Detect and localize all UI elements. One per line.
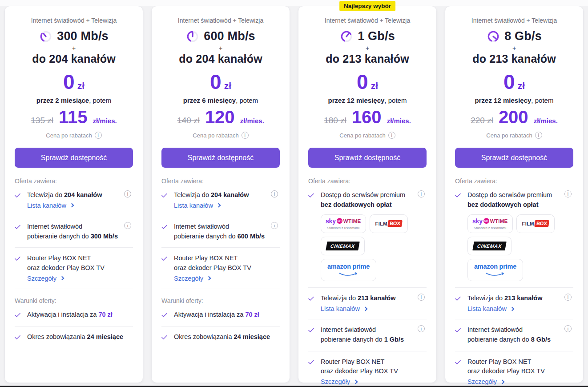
channels-list-link[interactable]: Lista kanałów bbox=[321, 305, 367, 312]
feature-line-text: Telewizja do bbox=[174, 191, 211, 198]
info-icon[interactable]: i bbox=[271, 190, 278, 198]
feature-row: Internet światłowódpobieranie danych do … bbox=[15, 222, 133, 242]
speed-row: 8 Gb/s bbox=[445, 29, 583, 43]
info-icon[interactable]: i bbox=[124, 190, 131, 198]
terms-items: Aktywacja i instalacja za 70 złOkres zob… bbox=[161, 310, 280, 342]
plan-category-label: Internet światłowód + Telewizja bbox=[445, 17, 583, 24]
info-icon[interactable]: i bbox=[388, 132, 395, 139]
check-availability-button[interactable]: Sprawdź dostępność bbox=[308, 148, 427, 168]
info-icon[interactable]: i bbox=[418, 325, 425, 332]
check-icon bbox=[161, 254, 174, 263]
channels-list-link[interactable]: Lista kanałów bbox=[174, 202, 220, 209]
terms-heading: Warunki oferty: bbox=[161, 297, 280, 304]
check-icon bbox=[15, 332, 27, 342]
info-icon[interactable]: i bbox=[271, 222, 278, 229]
amazon-smile-icon bbox=[338, 272, 359, 276]
feature-line: Telewizja do 204 kanałów bbox=[27, 190, 124, 200]
info-icon[interactable]: i bbox=[95, 132, 102, 139]
feature-text: Internet światłowódpobieranie danych do … bbox=[467, 325, 564, 345]
feature-line-bold: 213 kanałów bbox=[504, 294, 542, 302]
check-icon bbox=[455, 193, 461, 198]
feature-text: Aktywacja i instalacja za 70 zł bbox=[174, 310, 271, 320]
speed-value: 1 Gb/s bbox=[358, 29, 395, 43]
offer-heading: Oferta zawiera: bbox=[15, 177, 133, 185]
offer-items: Telewizja do 204 kanałówLista kanałówiIn… bbox=[161, 190, 280, 289]
info-icon[interactable]: i bbox=[124, 222, 131, 229]
check-availability-button[interactable]: Sprawdź dostępność bbox=[455, 148, 573, 168]
speed-gauge-icon bbox=[186, 30, 199, 43]
divider bbox=[308, 287, 427, 288]
feature-line: pobieranie danych do 8 Gb/s bbox=[467, 335, 564, 345]
promo-duration-rest: , potem bbox=[384, 97, 407, 104]
feature-line-text: Router Play BOX NET bbox=[467, 358, 531, 365]
feature-line-text: Internet światłowód bbox=[321, 326, 376, 333]
feature-line: Router Play BOX NET bbox=[467, 357, 564, 367]
info-icon[interactable]: i bbox=[418, 190, 425, 198]
feature-line: Internet światłowód bbox=[27, 222, 124, 232]
plan-category-label: Internet światłowód + Telewizja bbox=[152, 17, 290, 24]
price-note: Cena po rabatach i bbox=[152, 132, 290, 139]
feature-row: Telewizja do 213 kanałówLista kanałówi bbox=[455, 294, 573, 313]
plan-card: Internet światłowód + Telewizja 600 Mb/s… bbox=[151, 6, 290, 383]
feature-row: Internet światłowódpobieranie danych do … bbox=[161, 222, 280, 242]
feature-line: Router Play BOX NET bbox=[321, 357, 418, 367]
info-icon[interactable]: i bbox=[564, 325, 572, 332]
plus-separator: + bbox=[152, 44, 290, 52]
promo-duration-rest: , potem bbox=[89, 97, 111, 104]
feature-line-bold: 1 Gb/s bbox=[384, 336, 404, 343]
feature-line-text: pobieranie danych do bbox=[321, 336, 384, 343]
info-icon[interactable]: i bbox=[564, 190, 572, 198]
check-icon bbox=[161, 193, 167, 198]
check-icon bbox=[15, 310, 27, 319]
channels-value: do 213 kanałów bbox=[298, 52, 436, 65]
details-link[interactable]: Szczegóły bbox=[27, 275, 64, 282]
price-row: 180 zł 160 zł/mies. bbox=[298, 108, 436, 126]
feature-row: Router Play BOX NEToraz dekoder Play BOX… bbox=[161, 254, 280, 282]
info-icon[interactable]: i bbox=[564, 294, 572, 301]
feature-line: oraz dekoder Play BOX TV bbox=[174, 263, 271, 273]
terms-items: Aktywacja i instalacja za 70 złOkres zob… bbox=[15, 310, 133, 342]
channels-value: do 204 kanałów bbox=[5, 52, 143, 65]
divider bbox=[161, 289, 280, 289]
amazon-prime-text: amazon prime bbox=[474, 263, 516, 270]
check-availability-button[interactable]: Sprawdź dostępność bbox=[161, 148, 280, 168]
check-icon bbox=[15, 256, 20, 261]
feature-link-label: Szczegóły bbox=[467, 378, 497, 385]
price-note: Cena po rabatach i bbox=[298, 132, 436, 139]
old-price: 135 zł bbox=[31, 116, 53, 125]
chevron-right-icon bbox=[510, 306, 514, 311]
check-icon bbox=[455, 325, 467, 335]
feature-line-bold: 204 kanałów bbox=[211, 191, 249, 198]
info-icon[interactable]: i bbox=[418, 294, 425, 301]
sky-text: sky bbox=[326, 218, 336, 225]
feature-text: Telewizja do 213 kanałówLista kanałów bbox=[467, 294, 564, 313]
terms-heading: Warunki oferty: bbox=[15, 297, 133, 304]
promo-price-currency: zł bbox=[518, 81, 525, 91]
promo-duration: przez 6 miesięcy, potem bbox=[152, 97, 290, 104]
feature-line-text: oraz dekoder Play BOX TV bbox=[321, 367, 398, 375]
check-icon bbox=[308, 357, 321, 367]
info-icon[interactable]: i bbox=[535, 132, 542, 139]
feature-row: Telewizja do 204 kanałówLista kanałówi bbox=[161, 190, 280, 210]
feature-line-text: oraz dekoder Play BOX TV bbox=[467, 367, 545, 375]
feature-line: bez dodatkowych opłat bbox=[467, 200, 564, 210]
channels-list-link[interactable]: Lista kanałów bbox=[467, 305, 514, 312]
feature-line-text: pobieranie danych do bbox=[467, 336, 531, 343]
check-icon bbox=[15, 225, 20, 230]
details-link[interactable]: Szczegóły bbox=[467, 378, 504, 385]
skyshowtime-wordmark: skySHWTIME bbox=[472, 218, 508, 225]
feature-text: Telewizja do 213 kanałówLista kanałów bbox=[321, 294, 418, 313]
cinemax-logo: CINEMAX bbox=[321, 237, 365, 255]
details-link[interactable]: Szczegóły bbox=[321, 378, 357, 385]
filmbox-film-text: FILM bbox=[522, 221, 534, 226]
feature-row: Internet światłowódpobieranie danych do … bbox=[455, 325, 573, 345]
filmbox-wordmark: FILMBOX bbox=[375, 218, 403, 229]
feature-row: Router Play BOX NEToraz dekoder Play BOX… bbox=[308, 357, 427, 386]
amazonprime-logo: amazon prime bbox=[321, 259, 376, 282]
check-icon bbox=[308, 193, 314, 198]
channels-list-link[interactable]: Lista kanałów bbox=[27, 202, 73, 209]
details-link[interactable]: Szczegóły bbox=[174, 275, 210, 282]
info-icon[interactable]: i bbox=[242, 132, 249, 139]
check-availability-button[interactable]: Sprawdź dostępność bbox=[15, 148, 133, 168]
feature-line: pobieranie danych do 600 Mb/s bbox=[174, 232, 271, 242]
